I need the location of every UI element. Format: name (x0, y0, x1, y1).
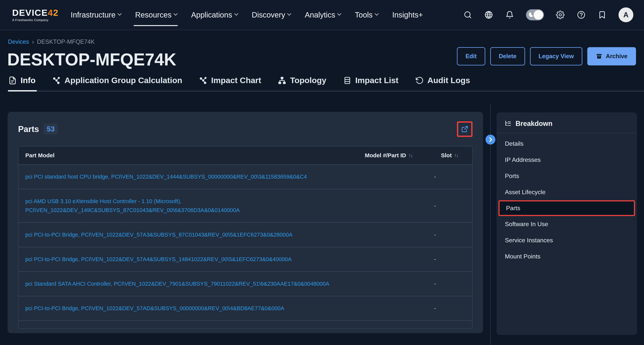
table-row: pci AMD USB 3.10 eXtensible Host Control… (18, 189, 472, 222)
delete-button[interactable]: Delete (490, 47, 525, 65)
user-avatar[interactable]: A (618, 7, 633, 22)
part-model-link[interactable]: pci Standard SATA AHCI Controller, PCI\V… (18, 272, 358, 296)
sitemap-icon (278, 76, 286, 85)
breakdown-sidebar: Breakdown Details IP Addresses Ports Ass… (497, 113, 637, 335)
breakdown-header: Breakdown (497, 113, 636, 133)
sidebar-item-service-instances[interactable]: Service Instances (497, 232, 636, 248)
menu-insights-plus[interactable]: Insights+ (392, 11, 423, 19)
breadcrumb: Devices › DESKTOP-MFQE74K (8, 38, 94, 45)
chevron-down-icon (337, 11, 341, 15)
page-actions: Edit Delete Legacy View Archive (457, 47, 636, 65)
part-model-link[interactable]: pci PCI standard host CPU bridge, PCI\VE… (18, 165, 358, 189)
theme-toggle[interactable] (526, 9, 544, 20)
breadcrumb-devices-link[interactable]: Devices (8, 38, 29, 45)
tab-info[interactable]: Info (8, 76, 37, 91)
sidebar-item-ip-addresses[interactable]: IP Addresses (497, 152, 636, 168)
tab-impact-chart[interactable]: Impact Chart (199, 76, 262, 91)
model-part-id-cell (358, 252, 434, 267)
logo-subtitle: A Freshworks Company (12, 18, 58, 22)
menu-analytics[interactable]: Analytics (305, 11, 341, 19)
part-model-link[interactable]: pci AMD USB 3.10 eXtensible Host Control… (18, 189, 358, 222)
page-title: DESKTOP-MFQE74K (7, 50, 176, 69)
cluster-icon (199, 76, 208, 85)
chevron-right-icon (488, 137, 492, 142)
menu-tools[interactable]: Tools (355, 11, 378, 19)
edit-button[interactable]: Edit (457, 47, 485, 65)
list-tree-icon (504, 120, 512, 127)
chevron-down-icon (375, 11, 379, 15)
chevron-down-icon (174, 11, 178, 15)
top-navbar: DEVICE42 A Freshworks Company Infrastruc… (0, 0, 644, 30)
slot-cell: - (434, 273, 472, 295)
table-row: pci PCI standard host CPU bridge, PCI\VE… (18, 164, 472, 189)
sort-icon[interactable]: ↑↓ (454, 152, 458, 158)
parts-table: Part Model Model #/Part ID↑↓ Slot↑↓ pci … (18, 146, 472, 329)
notifications-bell-icon[interactable] (505, 10, 514, 19)
sidebar-collapse-button[interactable] (486, 135, 495, 145)
breadcrumb-separator: › (32, 38, 34, 45)
sidebar-item-ports[interactable]: Ports (497, 168, 636, 184)
parts-count-badge: 53 (44, 124, 58, 135)
sidebar-item-software-in-use[interactable]: Software In Use (497, 216, 636, 232)
column-part-model: Part Model (18, 146, 358, 164)
help-icon[interactable] (577, 10, 586, 19)
sidebar-item-asset-lifecycle[interactable]: Asset Lifecycle (497, 184, 636, 200)
breadcrumb-current: DESKTOP-MFQE74K (37, 38, 95, 45)
moon-icon (527, 11, 534, 18)
external-link-icon (461, 125, 468, 133)
column-model-part-id[interactable]: Model #/Part ID↑↓ (358, 146, 434, 164)
part-model-link[interactable]: pci PCI-to-PCI Bridge, PCI\VEN_1022&DEV_… (18, 247, 358, 271)
navbar-actions: A (463, 7, 633, 22)
slot-cell: - (434, 195, 472, 217)
part-model-link[interactable]: pci PCI-to-PCI Bridge, PCI\VEN_1022&DEV_… (18, 296, 358, 321)
bookmark-icon[interactable] (598, 10, 607, 19)
detail-tabs: Info Application Group Calculation Impac… (8, 76, 644, 91)
slot-cell: - (434, 224, 472, 246)
main-menu: Infrastructure Resources Applications Di… (70, 11, 423, 19)
menu-applications[interactable]: Applications (191, 11, 238, 19)
open-in-new-button[interactable] (459, 124, 470, 135)
table-row: pci PCI-to-PCI Bridge, PCI\VEN_1022&DEV_… (18, 247, 472, 271)
breakdown-list: Details IP Addresses Ports Asset Lifecyc… (497, 133, 636, 265)
menu-infrastructure[interactable]: Infrastructure (70, 11, 121, 19)
table-row: pci PCI-to-PCI Bridge, PCI\VEN_1022&DEV_… (18, 222, 472, 247)
parts-panel-header: Parts 53 (18, 121, 472, 137)
list-icon (343, 76, 352, 85)
part-model-link[interactable]: pci PCI-to-PCI Bridge, PCI\VEN_1022&DEV_… (18, 223, 358, 247)
tab-topology[interactable]: Topology (278, 76, 327, 91)
document-icon (8, 76, 17, 85)
tab-audit-logs[interactable]: Audit Logs (415, 76, 472, 91)
globe-icon[interactable] (484, 10, 493, 19)
cluster-icon (52, 76, 61, 85)
slot-cell: - (434, 166, 472, 188)
device42-logo[interactable]: DEVICE42 A Freshworks Company (12, 8, 58, 22)
parts-table-header: Part Model Model #/Part ID↑↓ Slot↑↓ (18, 146, 472, 164)
table-row: pci Standard SATA AHCI Controller, PCI\V… (18, 271, 472, 296)
menu-resources[interactable]: Resources (135, 11, 177, 19)
settings-gear-icon[interactable] (556, 10, 565, 19)
slot-cell: - (434, 248, 472, 270)
model-part-id-cell (358, 169, 434, 184)
legacy-view-button[interactable]: Legacy View (530, 47, 582, 65)
tab-impact-list[interactable]: Impact List (343, 76, 400, 91)
tab-application-group-calculation[interactable]: Application Group Calculation (52, 76, 184, 91)
logo-text: DEVICE42 (12, 8, 58, 17)
model-part-id-cell (358, 276, 434, 291)
sidebar-item-mount-points[interactable]: Mount Points (497, 248, 636, 265)
column-slot[interactable]: Slot↑↓ (434, 146, 472, 164)
sidebar-item-parts[interactable]: Parts (498, 200, 635, 216)
archive-button[interactable]: Archive (587, 47, 636, 65)
archive-icon (596, 53, 602, 59)
search-icon[interactable] (463, 10, 472, 19)
history-icon (415, 76, 424, 85)
annotation-highlight-external-link (457, 121, 472, 137)
chevron-down-icon (287, 11, 291, 15)
menu-discovery[interactable]: Discovery (252, 11, 291, 19)
sidebar-item-details[interactable]: Details (497, 136, 636, 152)
table-row: pci PCI-to-PCI Bridge, PCI\VEN_1022&DEV_… (18, 296, 472, 321)
breakdown-title: Breakdown (516, 120, 552, 128)
avatar-letter: A (623, 11, 628, 19)
slot-cell: - (434, 298, 472, 319)
model-part-id-cell (358, 227, 434, 242)
sort-icon[interactable]: ↑↓ (408, 152, 412, 158)
